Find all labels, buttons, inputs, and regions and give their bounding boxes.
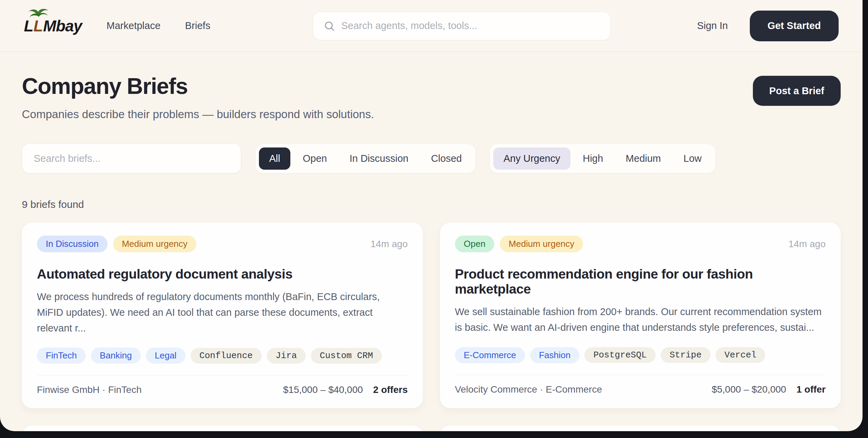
brief-title: Automated regulatory document analysis bbox=[37, 267, 408, 282]
industry-tag: E-Commerce bbox=[455, 347, 525, 363]
budget-range: $15,000 – $40,000 bbox=[283, 384, 363, 395]
urgency-filter-medium[interactable]: Medium bbox=[616, 147, 671, 170]
tag-row: FinTech Banking Legal Confluence Jira Cu… bbox=[37, 348, 408, 364]
tech-tag: Confluence bbox=[191, 348, 262, 364]
page-title: Company Briefs bbox=[22, 73, 374, 99]
company-name: Finwise GmbH · FinTech bbox=[37, 384, 142, 395]
brief-description: We sell sustainable fashion from 200+ br… bbox=[455, 304, 826, 336]
status-badge: In Discussion bbox=[37, 236, 108, 252]
app-window: LLMbay Marketplace Briefs Sign In Get St… bbox=[0, 0, 863, 431]
page-header: Company Briefs Companies describe their … bbox=[22, 73, 841, 121]
tech-tag: Vercel bbox=[716, 347, 766, 363]
company-name: Velocity Commerce · E-Commerce bbox=[455, 384, 602, 395]
brief-card[interactable]: In Discussion Medium urgency 13d ago bbox=[440, 425, 841, 431]
brief-description: We process hundreds of regulatory docume… bbox=[37, 289, 408, 336]
logo-suffix: Mbay bbox=[43, 17, 82, 35]
page-header-text: Company Briefs Companies describe their … bbox=[22, 73, 374, 121]
header-actions: Sign In Get Started bbox=[697, 11, 839, 41]
offers-count: 2 offers bbox=[373, 384, 408, 395]
urgency-filter-any[interactable]: Any Urgency bbox=[493, 147, 570, 170]
industry-tag: FinTech bbox=[37, 348, 86, 364]
tech-tag: Custom CRM bbox=[311, 348, 382, 364]
budget-range: $5,000 – $20,000 bbox=[712, 384, 786, 395]
main-content: Company Briefs Companies describe their … bbox=[0, 73, 863, 431]
card-footer: Finwise GmbH · FinTech $15,000 – $40,000… bbox=[37, 375, 408, 395]
urgency-filter-group: Any Urgency High Medium Low bbox=[490, 144, 715, 173]
nav-briefs[interactable]: Briefs bbox=[185, 20, 210, 31]
filter-bar: All Open In Discussion Closed Any Urgenc… bbox=[22, 143, 841, 173]
nav-marketplace[interactable]: Marketplace bbox=[107, 20, 161, 31]
industry-tag: Banking bbox=[91, 348, 141, 364]
palm-tree-icon bbox=[28, 8, 49, 19]
urgency-badge: Medium urgency bbox=[113, 236, 196, 252]
industry-tag: Fashion bbox=[530, 347, 580, 363]
get-started-button[interactable]: Get Started bbox=[750, 11, 839, 41]
tech-tag: Stripe bbox=[661, 347, 711, 363]
status-filter-in-discussion[interactable]: In Discussion bbox=[339, 147, 418, 170]
brief-card[interactable]: Open High urgency 14m ago bbox=[22, 425, 423, 431]
status-filter-closed[interactable]: Closed bbox=[421, 147, 472, 170]
global-search-bar[interactable] bbox=[313, 12, 611, 40]
main-nav: Marketplace Briefs bbox=[107, 20, 210, 31]
industry-tag: Legal bbox=[146, 348, 185, 364]
card-footer: Velocity Commerce · E-Commerce $5,000 – … bbox=[455, 375, 826, 395]
badge-row: Open Medium urgency 14m ago bbox=[455, 236, 826, 252]
offers-count: 1 offer bbox=[796, 384, 826, 395]
tech-tag: PostgreSQL bbox=[584, 347, 656, 363]
post-a-brief-button[interactable]: Post a Brief bbox=[753, 76, 841, 106]
status-filter-group: All Open In Discussion Closed bbox=[256, 144, 476, 173]
sign-in-link[interactable]: Sign In bbox=[697, 20, 728, 31]
urgency-filter-low[interactable]: Low bbox=[673, 147, 712, 170]
top-navigation-bar: LLMbay Marketplace Briefs Sign In Get St… bbox=[0, 0, 863, 52]
brief-card[interactable]: Open Medium urgency 14m ago Product reco… bbox=[440, 223, 841, 408]
brand-logo[interactable]: LLMbay bbox=[24, 17, 82, 35]
badge-row: In Discussion Medium urgency 14m ago bbox=[37, 236, 408, 252]
timestamp: 14m ago bbox=[371, 239, 408, 250]
global-search-input[interactable] bbox=[341, 20, 600, 31]
logo-letter-l: L bbox=[24, 17, 33, 35]
briefs-grid: In Discussion Medium urgency 14m ago Aut… bbox=[22, 223, 841, 431]
search-icon bbox=[323, 20, 335, 32]
status-badge: Open bbox=[455, 236, 495, 252]
status-filter-open[interactable]: Open bbox=[292, 147, 337, 170]
tag-row: E-Commerce Fashion PostgreSQL Stripe Ver… bbox=[455, 347, 826, 363]
timestamp: 14m ago bbox=[788, 239, 826, 250]
page-subtitle: Companies describe their problems — buil… bbox=[22, 108, 374, 121]
urgency-badge: Medium urgency bbox=[500, 236, 583, 252]
brief-card[interactable]: In Discussion Medium urgency 14m ago Aut… bbox=[22, 223, 423, 408]
briefs-search-input[interactable] bbox=[22, 143, 241, 173]
tech-tag: Jira bbox=[267, 348, 306, 364]
status-filter-all[interactable]: All bbox=[259, 147, 290, 170]
brief-title: Product recommendation engine for our fa… bbox=[455, 267, 826, 297]
urgency-filter-high[interactable]: High bbox=[573, 147, 614, 170]
logo-palm-letter: L bbox=[33, 17, 43, 35]
results-count: 9 briefs found bbox=[22, 199, 841, 210]
